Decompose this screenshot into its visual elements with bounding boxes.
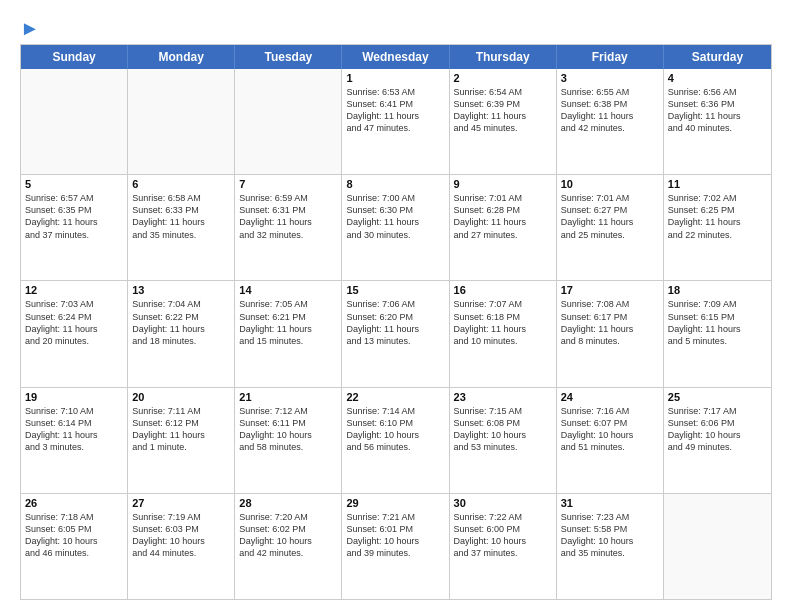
- day-info: Sunrise: 6:56 AM Sunset: 6:36 PM Dayligh…: [668, 86, 767, 135]
- day-number: 2: [454, 72, 552, 84]
- day-info: Sunrise: 7:10 AM Sunset: 6:14 PM Dayligh…: [25, 405, 123, 454]
- day-cell-20: 20Sunrise: 7:11 AM Sunset: 6:12 PM Dayli…: [128, 388, 235, 493]
- calendar: SundayMondayTuesdayWednesdayThursdayFrid…: [20, 44, 772, 600]
- day-info: Sunrise: 7:21 AM Sunset: 6:01 PM Dayligh…: [346, 511, 444, 560]
- day-info: Sunrise: 7:02 AM Sunset: 6:25 PM Dayligh…: [668, 192, 767, 241]
- day-info: Sunrise: 7:01 AM Sunset: 6:27 PM Dayligh…: [561, 192, 659, 241]
- day-number: 22: [346, 391, 444, 403]
- day-info: Sunrise: 7:11 AM Sunset: 6:12 PM Dayligh…: [132, 405, 230, 454]
- day-info: Sunrise: 7:00 AM Sunset: 6:30 PM Dayligh…: [346, 192, 444, 241]
- empty-cell-0-0: [21, 69, 128, 174]
- weekday-header-saturday: Saturday: [664, 45, 771, 69]
- day-cell-28: 28Sunrise: 7:20 AM Sunset: 6:02 PM Dayli…: [235, 494, 342, 599]
- day-number: 11: [668, 178, 767, 190]
- day-cell-14: 14Sunrise: 7:05 AM Sunset: 6:21 PM Dayli…: [235, 281, 342, 386]
- day-cell-11: 11Sunrise: 7:02 AM Sunset: 6:25 PM Dayli…: [664, 175, 771, 280]
- day-number: 27: [132, 497, 230, 509]
- day-info: Sunrise: 7:18 AM Sunset: 6:05 PM Dayligh…: [25, 511, 123, 560]
- day-cell-12: 12Sunrise: 7:03 AM Sunset: 6:24 PM Dayli…: [21, 281, 128, 386]
- day-number: 19: [25, 391, 123, 403]
- day-number: 6: [132, 178, 230, 190]
- day-info: Sunrise: 7:03 AM Sunset: 6:24 PM Dayligh…: [25, 298, 123, 347]
- day-number: 13: [132, 284, 230, 296]
- day-info: Sunrise: 7:20 AM Sunset: 6:02 PM Dayligh…: [239, 511, 337, 560]
- day-info: Sunrise: 7:16 AM Sunset: 6:07 PM Dayligh…: [561, 405, 659, 454]
- day-info: Sunrise: 7:07 AM Sunset: 6:18 PM Dayligh…: [454, 298, 552, 347]
- day-cell-15: 15Sunrise: 7:06 AM Sunset: 6:20 PM Dayli…: [342, 281, 449, 386]
- day-number: 29: [346, 497, 444, 509]
- day-cell-3: 3Sunrise: 6:55 AM Sunset: 6:38 PM Daylig…: [557, 69, 664, 174]
- day-cell-1: 1Sunrise: 6:53 AM Sunset: 6:41 PM Daylig…: [342, 69, 449, 174]
- day-info: Sunrise: 7:09 AM Sunset: 6:15 PM Dayligh…: [668, 298, 767, 347]
- logo: ►: [20, 18, 40, 36]
- day-cell-30: 30Sunrise: 7:22 AM Sunset: 6:00 PM Dayli…: [450, 494, 557, 599]
- calendar-row-2: 12Sunrise: 7:03 AM Sunset: 6:24 PM Dayli…: [21, 280, 771, 386]
- day-info: Sunrise: 6:59 AM Sunset: 6:31 PM Dayligh…: [239, 192, 337, 241]
- day-cell-4: 4Sunrise: 6:56 AM Sunset: 6:36 PM Daylig…: [664, 69, 771, 174]
- day-number: 1: [346, 72, 444, 84]
- weekday-header-thursday: Thursday: [450, 45, 557, 69]
- day-cell-26: 26Sunrise: 7:18 AM Sunset: 6:05 PM Dayli…: [21, 494, 128, 599]
- calendar-row-4: 26Sunrise: 7:18 AM Sunset: 6:05 PM Dayli…: [21, 493, 771, 599]
- day-info: Sunrise: 7:22 AM Sunset: 6:00 PM Dayligh…: [454, 511, 552, 560]
- day-number: 16: [454, 284, 552, 296]
- day-info: Sunrise: 6:54 AM Sunset: 6:39 PM Dayligh…: [454, 86, 552, 135]
- day-cell-13: 13Sunrise: 7:04 AM Sunset: 6:22 PM Dayli…: [128, 281, 235, 386]
- day-info: Sunrise: 7:05 AM Sunset: 6:21 PM Dayligh…: [239, 298, 337, 347]
- day-number: 12: [25, 284, 123, 296]
- day-number: 7: [239, 178, 337, 190]
- logo-general: ►: [20, 18, 40, 38]
- day-cell-7: 7Sunrise: 6:59 AM Sunset: 6:31 PM Daylig…: [235, 175, 342, 280]
- day-info: Sunrise: 7:14 AM Sunset: 6:10 PM Dayligh…: [346, 405, 444, 454]
- weekday-header-sunday: Sunday: [21, 45, 128, 69]
- day-cell-27: 27Sunrise: 7:19 AM Sunset: 6:03 PM Dayli…: [128, 494, 235, 599]
- day-number: 21: [239, 391, 337, 403]
- day-cell-18: 18Sunrise: 7:09 AM Sunset: 6:15 PM Dayli…: [664, 281, 771, 386]
- day-cell-21: 21Sunrise: 7:12 AM Sunset: 6:11 PM Dayli…: [235, 388, 342, 493]
- page: ► SundayMondayTuesdayWednesdayThursdayFr…: [0, 0, 792, 612]
- day-info: Sunrise: 7:23 AM Sunset: 5:58 PM Dayligh…: [561, 511, 659, 560]
- day-cell-6: 6Sunrise: 6:58 AM Sunset: 6:33 PM Daylig…: [128, 175, 235, 280]
- day-number: 25: [668, 391, 767, 403]
- empty-cell-4-6: [664, 494, 771, 599]
- day-cell-2: 2Sunrise: 6:54 AM Sunset: 6:39 PM Daylig…: [450, 69, 557, 174]
- day-cell-25: 25Sunrise: 7:17 AM Sunset: 6:06 PM Dayli…: [664, 388, 771, 493]
- day-cell-8: 8Sunrise: 7:00 AM Sunset: 6:30 PM Daylig…: [342, 175, 449, 280]
- day-number: 20: [132, 391, 230, 403]
- calendar-body: 1Sunrise: 6:53 AM Sunset: 6:41 PM Daylig…: [21, 69, 771, 599]
- day-cell-31: 31Sunrise: 7:23 AM Sunset: 5:58 PM Dayli…: [557, 494, 664, 599]
- header: ►: [20, 18, 772, 36]
- day-number: 4: [668, 72, 767, 84]
- day-cell-5: 5Sunrise: 6:57 AM Sunset: 6:35 PM Daylig…: [21, 175, 128, 280]
- day-number: 5: [25, 178, 123, 190]
- day-number: 24: [561, 391, 659, 403]
- day-cell-17: 17Sunrise: 7:08 AM Sunset: 6:17 PM Dayli…: [557, 281, 664, 386]
- calendar-row-0: 1Sunrise: 6:53 AM Sunset: 6:41 PM Daylig…: [21, 69, 771, 174]
- day-info: Sunrise: 7:12 AM Sunset: 6:11 PM Dayligh…: [239, 405, 337, 454]
- weekday-header-monday: Monday: [128, 45, 235, 69]
- day-cell-23: 23Sunrise: 7:15 AM Sunset: 6:08 PM Dayli…: [450, 388, 557, 493]
- day-info: Sunrise: 6:53 AM Sunset: 6:41 PM Dayligh…: [346, 86, 444, 135]
- day-number: 17: [561, 284, 659, 296]
- calendar-row-3: 19Sunrise: 7:10 AM Sunset: 6:14 PM Dayli…: [21, 387, 771, 493]
- day-info: Sunrise: 7:01 AM Sunset: 6:28 PM Dayligh…: [454, 192, 552, 241]
- day-number: 14: [239, 284, 337, 296]
- day-info: Sunrise: 6:55 AM Sunset: 6:38 PM Dayligh…: [561, 86, 659, 135]
- weekday-header-tuesday: Tuesday: [235, 45, 342, 69]
- day-number: 23: [454, 391, 552, 403]
- calendar-header: SundayMondayTuesdayWednesdayThursdayFrid…: [21, 45, 771, 69]
- day-cell-19: 19Sunrise: 7:10 AM Sunset: 6:14 PM Dayli…: [21, 388, 128, 493]
- day-info: Sunrise: 7:06 AM Sunset: 6:20 PM Dayligh…: [346, 298, 444, 347]
- day-info: Sunrise: 7:08 AM Sunset: 6:17 PM Dayligh…: [561, 298, 659, 347]
- day-number: 10: [561, 178, 659, 190]
- day-cell-29: 29Sunrise: 7:21 AM Sunset: 6:01 PM Dayli…: [342, 494, 449, 599]
- day-cell-10: 10Sunrise: 7:01 AM Sunset: 6:27 PM Dayli…: [557, 175, 664, 280]
- day-number: 31: [561, 497, 659, 509]
- weekday-header-wednesday: Wednesday: [342, 45, 449, 69]
- day-info: Sunrise: 7:15 AM Sunset: 6:08 PM Dayligh…: [454, 405, 552, 454]
- day-cell-24: 24Sunrise: 7:16 AM Sunset: 6:07 PM Dayli…: [557, 388, 664, 493]
- day-number: 30: [454, 497, 552, 509]
- empty-cell-0-2: [235, 69, 342, 174]
- day-number: 9: [454, 178, 552, 190]
- day-number: 28: [239, 497, 337, 509]
